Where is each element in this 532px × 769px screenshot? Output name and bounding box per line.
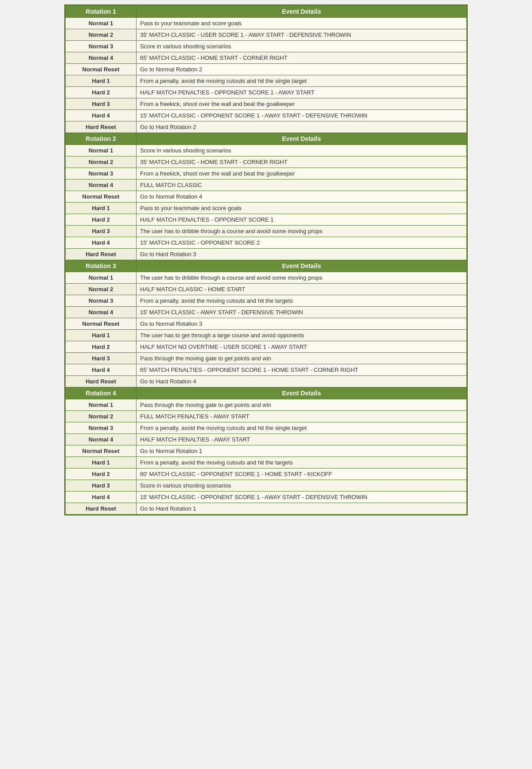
table-row: Normal ResetGo to Normal Rotation 1	[66, 445, 467, 457]
row-detail: From a freekick, shoot over the wall and…	[137, 168, 467, 180]
row-detail: From a penalty, avoid the moving cutouts…	[137, 295, 467, 307]
row-label: Hard 1	[66, 75, 137, 87]
row-label: Normal 4	[66, 180, 137, 191]
table-row: Normal 415' MATCH CLASSIC - AWAY START -…	[66, 307, 467, 318]
row-label: Normal 3	[66, 295, 137, 307]
row-detail: 65' MATCH CLASSIC - HOME START - CORNER …	[137, 52, 467, 64]
row-detail: From a penalty, avoid the moving cutouts…	[137, 457, 467, 468]
table-row: Normal 1The user has to dribble through …	[66, 272, 467, 284]
row-detail: Go to Hard Rotation 2	[137, 121, 467, 133]
table-row: Normal ResetGo to Normal Rotation 2	[66, 64, 467, 75]
row-detail: The user has to dribble through a course…	[137, 226, 467, 237]
row-detail: 15' MATCH CLASSIC - OPPONENT SCORE 1 - A…	[137, 492, 467, 503]
row-label: Hard 2	[66, 87, 137, 98]
row-label: Hard 3	[66, 98, 137, 110]
table-row: Hard ResetGo to Hard Rotation 2	[66, 121, 467, 133]
row-detail: 80' MATCH CLASSIC - OPPONENT SCORE 1 - H…	[137, 468, 467, 480]
table-row: Normal 3From a freekick, shoot over the …	[66, 168, 467, 180]
row-detail: Go to Hard Rotation 1	[137, 503, 467, 515]
table-row: Hard 280' MATCH CLASSIC - OPPONENT SCORE…	[66, 468, 467, 480]
row-detail: The user has to get through a large cour…	[137, 330, 467, 341]
table-row: Hard 1From a penalty, avoid the moving c…	[66, 75, 467, 87]
row-detail: 15' MATCH CLASSIC - AWAY START - DEFENSI…	[137, 307, 467, 318]
table-row: Hard 415' MATCH CLASSIC - OPPONENT SCORE…	[66, 237, 467, 249]
row-detail: Score in various shooting scenarios	[137, 41, 467, 52]
row-label: Normal 2	[66, 284, 137, 295]
row-label: Normal 1	[66, 18, 137, 29]
table-row: Hard 3The user has to dribble through a …	[66, 226, 467, 237]
row-label: Hard 4	[66, 237, 137, 249]
row-label: Normal 3	[66, 422, 137, 434]
table-row: Normal 2HALF MATCH CLASSIC - HOME START	[66, 284, 467, 295]
row-label: Normal 2	[66, 156, 137, 168]
row-detail: Pass to your teammate and score goals	[137, 203, 467, 214]
table-row: Hard 1From a penalty, avoid the moving c…	[66, 457, 467, 468]
table-row: Hard 2HALF MATCH PENALTIES - OPPONENT SC…	[66, 214, 467, 226]
table-row: Hard 415' MATCH CLASSIC - OPPONENT SCORE…	[66, 110, 467, 121]
row-detail: FULL MATCH CLASSIC	[137, 180, 467, 191]
row-label: Normal Reset	[66, 445, 137, 457]
row-detail: Go to Normal Rotation 4	[137, 191, 467, 203]
row-label: Normal 2	[66, 29, 137, 41]
table-row: Normal 235' MATCH CLASSIC - USER SCORE 1…	[66, 29, 467, 41]
table-row: Normal 4FULL MATCH CLASSIC	[66, 180, 467, 191]
row-label: Hard 1	[66, 330, 137, 341]
rotation-label-1: Rotation 1	[66, 6, 137, 18]
row-label: Normal 2	[66, 411, 137, 422]
row-label: Normal 1	[66, 145, 137, 156]
row-detail: Score in various shooting scenarios	[137, 145, 467, 156]
row-detail: HALF MATCH CLASSIC - HOME START	[137, 284, 467, 295]
row-detail: From a penalty, avoid the moving cutouts…	[137, 422, 467, 434]
row-label: Hard Reset	[66, 249, 137, 260]
row-detail: Go to Hard Rotation 3	[137, 249, 467, 260]
table-row: Hard 3From a freekick, shoot over the wa…	[66, 98, 467, 110]
row-detail: 35' MATCH CLASSIC - USER SCORE 1 - AWAY …	[137, 29, 467, 41]
table-row: Hard ResetGo to Hard Rotation 3	[66, 249, 467, 260]
row-label: Hard 1	[66, 203, 137, 214]
table-row: Normal 2FULL MATCH PENALTIES - AWAY STAR…	[66, 411, 467, 422]
row-label: Hard 2	[66, 214, 137, 226]
row-label: Hard Reset	[66, 376, 137, 387]
row-label: Normal 4	[66, 52, 137, 64]
rotation-header-4: Rotation 4Event Details	[66, 387, 467, 399]
row-detail: Score in various shooting scenarios	[137, 480, 467, 492]
row-label: Hard 4	[66, 364, 137, 376]
table-row: Hard 3Score in various shooting scenario…	[66, 480, 467, 492]
table-row: Normal 1Pass to your teammate and score …	[66, 18, 467, 29]
table-row: Normal 3From a penalty, avoid the moving…	[66, 295, 467, 307]
row-label: Normal Reset	[66, 191, 137, 203]
table-row: Hard ResetGo to Hard Rotation 1	[66, 503, 467, 515]
event-details-header-4: Event Details	[137, 387, 467, 399]
table-row: Hard 3Pass through the moving gate to ge…	[66, 353, 467, 364]
row-detail: From a freekick, shoot over the wall and…	[137, 98, 467, 110]
table-row: Normal 465' MATCH CLASSIC - HOME START -…	[66, 52, 467, 64]
row-detail: 35' MATCH CLASSIC - HOME START - CORNER …	[137, 156, 467, 168]
table-row: Hard 465' MATCH PENALTIES - OPPONENT SCO…	[66, 364, 467, 376]
table-row: Hard 2HALF MATCH NO OVERTIME - USER SCOR…	[66, 341, 467, 353]
row-detail: FULL MATCH PENALTIES - AWAY START	[137, 411, 467, 422]
row-detail: 65' MATCH PENALTIES - OPPONENT SCORE 1 -…	[137, 364, 467, 376]
rotation-table: Rotation 1Event DetailsNormal 1Pass to y…	[65, 5, 467, 515]
rotation-header-1: Rotation 1Event Details	[66, 6, 467, 18]
row-detail: Pass to your teammate and score goals	[137, 18, 467, 29]
row-detail: Go to Hard Rotation 4	[137, 376, 467, 387]
row-label: Hard 4	[66, 492, 137, 503]
row-label: Hard 3	[66, 226, 137, 237]
rotation-label-3: Rotation 3	[66, 260, 137, 272]
row-detail: HALF MATCH NO OVERTIME - USER SCORE 1 - …	[137, 341, 467, 353]
row-detail: From a penalty, avoid the moving cutouts…	[137, 75, 467, 87]
row-label: Normal 3	[66, 41, 137, 52]
row-detail: HALF MATCH PENALTIES - AWAY START	[137, 434, 467, 445]
row-label: Normal 4	[66, 307, 137, 318]
row-label: Normal 3	[66, 168, 137, 180]
table-row: Normal ResetGo to Normal Rotation 3	[66, 318, 467, 330]
table-row: Normal 3Score in various shooting scenar…	[66, 41, 467, 52]
row-label: Normal 1	[66, 272, 137, 284]
row-label: Normal 4	[66, 434, 137, 445]
row-detail: 15' MATCH CLASSIC - OPPONENT SCORE 2	[137, 237, 467, 249]
row-detail: Go to Normal Rotation 1	[137, 445, 467, 457]
table-row: Hard 415' MATCH CLASSIC - OPPONENT SCORE…	[66, 492, 467, 503]
event-details-header-1: Event Details	[137, 6, 467, 18]
rotation-label-4: Rotation 4	[66, 387, 137, 399]
main-table-container: Rotation 1Event DetailsNormal 1Pass to y…	[64, 4, 468, 515]
